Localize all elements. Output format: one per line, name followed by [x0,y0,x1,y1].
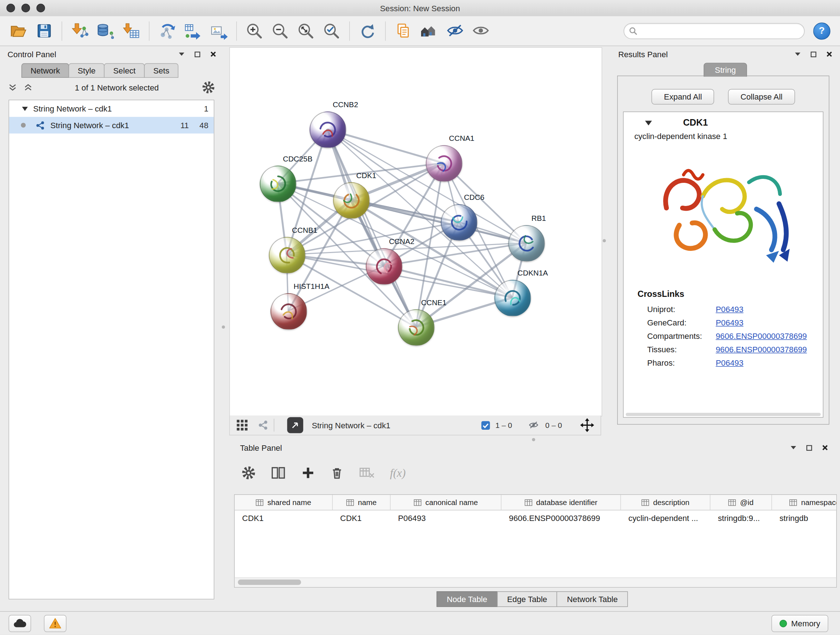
expand-all-icon[interactable] [24,84,32,91]
delete-column-icon[interactable] [330,466,344,480]
network-node-cdkn1a[interactable] [494,280,531,317]
crosslink-link[interactable]: P06493 [715,304,744,314]
clone-network-button[interactable] [154,19,180,43]
table-settings-gear-icon[interactable] [241,465,256,480]
panel-close-icon[interactable] [822,445,829,451]
network-node-ccne1[interactable] [398,309,434,346]
zoom-in-button[interactable] [242,19,267,43]
network-node-rb1[interactable] [508,225,545,262]
gear-icon[interactable] [202,80,216,95]
show-columns-icon[interactable] [271,466,286,480]
network-node-cdk1[interactable] [333,182,370,219]
crosslink-link[interactable]: P06493 [715,358,744,367]
cloud-status-button[interactable] [9,615,31,632]
zoom-out-button[interactable] [267,19,293,43]
table-cell[interactable]: stringdb [772,510,837,525]
network-birdseye-icon[interactable] [257,420,268,431]
new-network-from-table-button[interactable] [180,19,206,43]
refresh-button[interactable] [355,19,380,43]
table-horizontal-scrollbar[interactable] [235,578,836,587]
network-collection-row[interactable]: String Network – cdk1 1 [9,100,214,117]
tab-select[interactable]: Select [104,63,145,78]
network-edge[interactable] [351,200,526,242]
column-header[interactable]: description [621,495,710,510]
memory-button[interactable]: Memory [771,615,828,632]
network-node-cdc25b[interactable] [260,166,296,203]
splitter-handle[interactable] [603,239,606,242]
column-header[interactable]: canonical name [391,495,502,510]
grid-view-icon[interactable] [236,419,248,431]
network-node-hist1h1a[interactable] [271,293,307,330]
table-cell[interactable]: P06493 [391,510,502,525]
tab-style[interactable]: Style [69,63,105,78]
pan-move-icon[interactable] [580,418,594,432]
add-column-icon[interactable] [301,466,315,480]
collapse-all-icon[interactable] [9,84,17,91]
zoom-fit-button[interactable] [293,19,319,43]
import-table-button[interactable] [118,19,144,43]
column-header[interactable]: database identifier [501,495,621,510]
import-network-from-database-button[interactable] [93,19,118,43]
selected-checkbox-icon[interactable] [481,421,490,430]
table-cell[interactable]: cyclin-dependent ... [621,510,710,525]
panel-menu-icon[interactable] [178,52,185,57]
hide-selected-button[interactable] [442,19,468,43]
show-all-button[interactable] [468,19,493,43]
network-node-ccna2[interactable] [366,249,402,285]
network-canvas[interactable]: CCNB2CCNA1CDC25BCDK1CDC6RB1CCNB1CCNA2CDK… [229,47,602,416]
network-row[interactable]: String Network – cdk1 11 48 [9,117,214,134]
scrollbar-thumb[interactable] [238,580,302,585]
tab-network[interactable]: Network [21,63,69,78]
panel-menu-icon[interactable] [794,52,801,57]
crosslink-link[interactable]: 9606.ENSP00000378699 [715,331,807,340]
crosslink-link[interactable]: P06493 [715,318,744,327]
splitter-handle[interactable] [532,438,535,441]
home-views-button[interactable] [416,19,442,43]
panel-menu-icon[interactable] [790,446,797,450]
table-cell[interactable]: stringdb:9... [711,510,772,525]
collapse-all-button[interactable]: Collapse All [728,89,795,105]
panel-float-icon[interactable] [806,445,812,450]
column-header[interactable]: shared name [235,495,333,510]
crosslink-link[interactable]: 9606.ENSP00000378699 [715,345,807,354]
column-type-icon [346,499,354,506]
table-cell[interactable]: CDK1 [333,510,391,525]
network-node-ccna1[interactable] [426,145,462,182]
network-node-cdc6[interactable] [441,204,477,241]
column-header[interactable]: namespace [772,495,837,510]
collapse-protein-icon[interactable] [645,120,652,125]
table-row[interactable]: CDK1 CDK1 P06493 9606.ENSP00000378699 cy… [235,510,837,525]
column-header[interactable]: @id [711,495,772,510]
network-node-ccnb1[interactable] [269,237,305,274]
save-session-button[interactable] [31,19,57,43]
table-cell[interactable]: CDK1 [235,510,333,525]
panel-float-icon[interactable] [811,51,816,57]
network-edge[interactable] [327,129,416,327]
table-cell[interactable]: 9606.ENSP00000378699 [501,510,621,525]
hidden-eye-slash-icon[interactable] [527,420,540,431]
open-session-button[interactable] [5,19,31,43]
column-header[interactable]: name [333,495,391,510]
help-button[interactable]: ? [813,22,830,39]
network-node-ccnb2[interactable] [309,111,346,148]
tab-network-table[interactable]: Network Table [557,591,628,607]
import-network-from-file-button[interactable] [67,19,93,43]
tab-node-table[interactable]: Node Table [437,591,497,607]
copy-document-button[interactable] [391,19,416,43]
zoom-selected-button[interactable] [319,19,344,43]
expand-all-button[interactable]: Expand All [652,89,714,105]
tab-sets[interactable]: Sets [144,63,178,78]
panel-float-icon[interactable] [195,51,201,57]
import-table-icon [122,21,141,40]
splitter-handle[interactable] [222,325,225,329]
results-horizontal-scrollbar[interactable] [626,413,821,416]
warnings-button[interactable] [44,615,66,632]
tab-edge-table[interactable]: Edge Table [497,591,557,607]
export-image-button[interactable] [206,19,232,43]
panel-close-icon[interactable] [210,51,217,57]
tree-expand-icon[interactable] [22,106,28,111]
tab-string[interactable]: String [704,63,747,77]
search-input[interactable] [624,23,805,39]
open-in-new-window-button[interactable] [287,417,303,433]
panel-close-icon[interactable] [826,51,833,57]
